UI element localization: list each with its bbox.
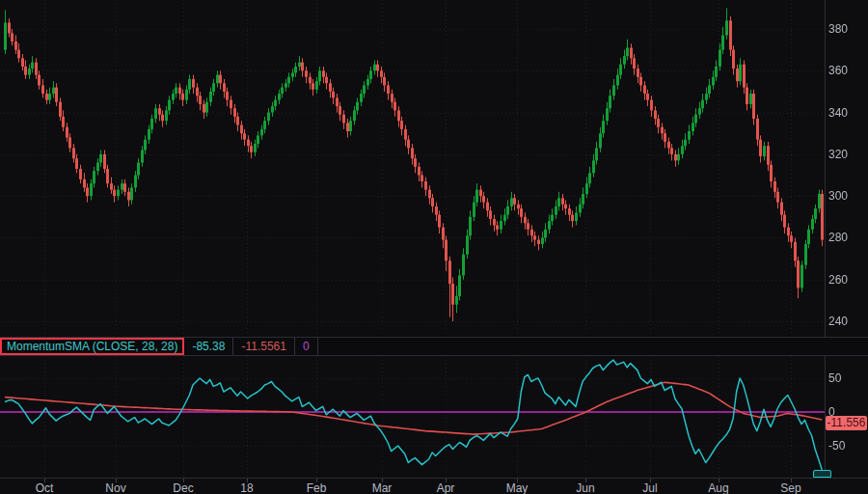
- indicator-title-box[interactable]: MomentumSMA (CLOSE, 28, 28): [0, 338, 184, 355]
- indicator-title[interactable]: MomentumSMA (CLOSE, 28, 28): [7, 340, 177, 353]
- momentum-axis[interactable]: 500-50: [826, 0, 868, 478]
- time-axis-label: Nov: [105, 481, 125, 494]
- indicator-momentum-value: -85.38: [184, 338, 233, 355]
- time-axis-label: Feb: [307, 481, 327, 494]
- time-axis-label: Dec: [173, 481, 193, 494]
- indicator-zero-value: 0: [295, 338, 318, 355]
- momentum-price-badge-clipped: [813, 470, 831, 478]
- time-axis-label: Oct: [36, 481, 54, 494]
- time-axis-label: Aug: [708, 481, 728, 494]
- time-axis-label: May: [506, 481, 529, 494]
- chart-canvas[interactable]: [0, 0, 868, 494]
- chart-root: 380360340320300280260240 MomentumSMA (CL…: [0, 0, 868, 494]
- time-axis[interactable]: OctNovDec18FebMarAprMayJunJulAugSep: [0, 478, 868, 494]
- time-axis-label: Mar: [372, 481, 393, 494]
- indicator-sma-value: -11.5561: [233, 338, 294, 355]
- indicator-legend: MomentumSMA (CLOSE, 28, 28) -85.38 -11.5…: [0, 337, 868, 356]
- time-axis-label: Apr: [437, 481, 455, 494]
- time-axis-label: Jun: [576, 481, 594, 494]
- time-axis-label: Sep: [780, 481, 800, 494]
- time-axis-label: Jul: [642, 481, 657, 494]
- momentum-axis-label: 50: [828, 371, 841, 385]
- momentum-axis-label: -50: [828, 439, 845, 453]
- time-axis-label: 18: [240, 481, 253, 494]
- sma-price-badge: -11.556: [826, 416, 867, 430]
